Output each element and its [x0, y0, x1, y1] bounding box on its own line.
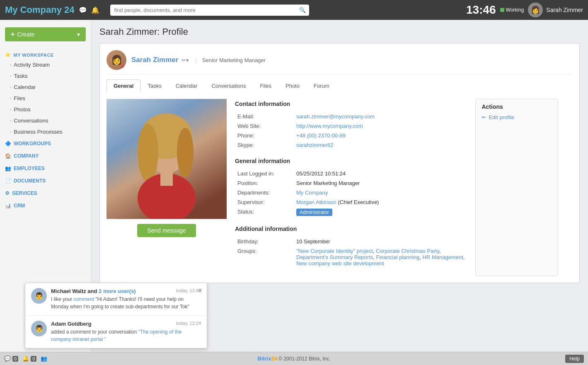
skype-value[interactable]: sarahzimmer82: [296, 142, 334, 148]
birthday-value: 10 September: [295, 237, 466, 246]
user-name-top: Sarah Zimmer: [546, 7, 583, 13]
notif-time-2: today, 12:24: [176, 321, 201, 326]
phone-label: Phone:: [236, 131, 294, 140]
bitrix-logo: Bitrix24: [257, 355, 277, 362]
status-label-row: Status:: [236, 207, 294, 217]
actions-title: Actions: [482, 103, 552, 110]
profile-card: 👩 Sarah Zimmer ✏▾ | Senior Marketing Man…: [99, 43, 580, 283]
edit-profile-link[interactable]: ✏ Edit profile: [482, 114, 552, 120]
website-value[interactable]: http://www.mycompany.com: [296, 123, 363, 129]
notif-link-1[interactable]: comment: [74, 296, 94, 302]
status-badge[interactable]: Working: [500, 7, 524, 13]
group-link-2[interactable]: Corporate Christmas Party: [376, 248, 439, 254]
svg-rect-6: [160, 169, 173, 186]
profile-body: Send message Contact information E-Mail:…: [106, 99, 573, 276]
contact-section-title: Contact information: [235, 101, 467, 107]
tab-forum[interactable]: Forum: [307, 79, 336, 92]
notif-content-2: Adam Goldberg today, 12:24 added a comme…: [51, 321, 201, 343]
departments-value[interactable]: My Company: [296, 190, 328, 196]
sidebar-item-conversations[interactable]: › Conversations: [0, 115, 91, 126]
notification-popup: 👨 Michael Waltz and 2 more user(s) today…: [25, 283, 207, 348]
crm-section[interactable]: 📊 CRM: [0, 199, 91, 212]
company-section[interactable]: 🏠 COMPANY: [0, 150, 91, 162]
profile-thumbnail: 👩: [106, 50, 126, 70]
departments-label: Departments:: [236, 188, 294, 197]
topbar: My Company 24 💬 🔔 🔍 13:46 Working 👩 Sara…: [0, 0, 588, 20]
sidebar-item-files[interactable]: › Files: [0, 93, 91, 104]
notif-close-1[interactable]: ✕: [198, 287, 203, 294]
employees-section[interactable]: 👥 EMPLOYEES: [0, 162, 91, 175]
status-label: Working: [506, 7, 524, 13]
notif-icon: 🔔: [22, 355, 29, 362]
search-bar: 🔍: [110, 5, 309, 16]
group-link-6[interactable]: New company web site development: [296, 260, 384, 267]
app-title-text: My Company: [5, 5, 62, 15]
supervisor-link[interactable]: Morgan Atkinson: [296, 199, 336, 205]
additional-table: Birthday: 10 September Groups: "New Corp…: [235, 236, 467, 269]
messages-icon[interactable]: 💬: [79, 6, 87, 14]
tab-general[interactable]: General: [106, 79, 140, 92]
phone-value[interactable]: +48 (00) 2370-00-89: [296, 132, 346, 139]
tab-conversations[interactable]: Conversations: [204, 79, 253, 92]
send-message-button[interactable]: Send message: [137, 224, 196, 237]
profile-info-col: Contact information E-Mail: sarah.zimmer…: [235, 99, 467, 276]
sidebar-item-calendar[interactable]: › Calendar: [0, 82, 91, 93]
my-workspace-section: ⭐ MY WORKSPACE: [0, 48, 91, 59]
user-badge[interactable]: 👩 Sarah Zimmer: [528, 2, 583, 17]
edit-profile-icon[interactable]: ✏▾: [181, 57, 189, 63]
search-input[interactable]: [110, 5, 309, 16]
group-link-1[interactable]: "New Corporate Identity" project: [296, 248, 373, 254]
notifications-button[interactable]: 🔔 0: [22, 355, 36, 362]
notif-user-1: Michael Waltz and 2 more user(s): [51, 288, 136, 294]
app-title-number: 24: [64, 5, 74, 15]
tab-files[interactable]: Files: [253, 79, 278, 92]
clock: 13:46: [466, 3, 496, 17]
profile-job-title: Senior Marketing Manager: [202, 57, 266, 63]
footer: 💬 0 🔔 0 👥 Bitrix24 © 2001-2012 Bitrix, I…: [0, 352, 588, 365]
sidebar-item-business-processes[interactable]: › Business Processes: [0, 126, 91, 137]
create-button[interactable]: + Create ▾: [5, 27, 86, 41]
notifications-icon[interactable]: 🔔: [91, 6, 99, 14]
notif-link-2[interactable]: "The opening of the company intranet por…: [51, 329, 181, 342]
notif-extra-users[interactable]: 2 more user(s): [99, 288, 136, 294]
profile-photo: [106, 99, 227, 219]
search-icon[interactable]: 🔍: [299, 7, 306, 13]
group-link-3[interactable]: Department's Summary Reports: [296, 254, 373, 260]
workspace-icon: ⭐: [5, 52, 11, 58]
services-section[interactable]: ⚙ SERVICES: [0, 187, 91, 199]
user-avatar-top: 👩: [528, 2, 543, 17]
app-title[interactable]: My Company 24: [5, 5, 75, 15]
sidebar-item-activity-stream[interactable]: › Activity Stream: [0, 59, 91, 70]
tab-tasks[interactable]: Tasks: [140, 79, 168, 92]
last-login-value: 05/25/2012 10:51:24: [295, 169, 466, 178]
website-label: Web Site:: [236, 122, 294, 130]
profile-tabs: General Tasks Calendar Conversations Fil…: [106, 79, 573, 92]
sidebar-item-photos[interactable]: › Photos: [0, 104, 91, 115]
tab-calendar[interactable]: Calendar: [169, 79, 205, 92]
group-link-5[interactable]: HR Management: [423, 254, 463, 260]
groups-label: Groups:: [236, 247, 294, 268]
status-value-cell: Administrator: [295, 207, 466, 217]
profile-name[interactable]: Sarah Zimmer: [131, 56, 178, 64]
people-icon: 👥: [41, 355, 47, 362]
company-icon: 🏠: [5, 153, 11, 159]
notif-avatar-2: 👨: [31, 321, 47, 336]
chat-button[interactable]: 💬 0: [4, 355, 18, 362]
workgroups-section[interactable]: 🔷 WORKGROUPS: [0, 137, 91, 150]
sidebar-item-tasks[interactable]: › Tasks: [0, 70, 91, 82]
employees-icon: 👥: [5, 166, 11, 171]
groups-value: "New Corporate Identity" project, Corpor…: [295, 247, 466, 268]
email-label: E-Mail:: [236, 112, 294, 121]
documents-icon: 📄: [5, 178, 11, 184]
people-button[interactable]: 👥: [41, 355, 47, 362]
email-value[interactable]: sarah.zimmer@mycompany.com: [296, 113, 375, 120]
group-link-4[interactable]: Financial planning: [376, 254, 420, 260]
help-button[interactable]: Help: [565, 355, 584, 363]
notif-user-2: Adam Goldberg: [51, 321, 92, 327]
documents-section[interactable]: 📄 DOCUMENTS: [0, 175, 91, 187]
notification-item-2: 👨 Adam Goldberg today, 12:24 added a com…: [25, 316, 207, 348]
profile-info-main: Contact information E-Mail: sarah.zimmer…: [235, 99, 558, 276]
general-section-title: General information: [235, 158, 467, 164]
position-value: Senior Marketing Manager: [295, 179, 466, 187]
tab-photo[interactable]: Photo: [278, 79, 307, 92]
